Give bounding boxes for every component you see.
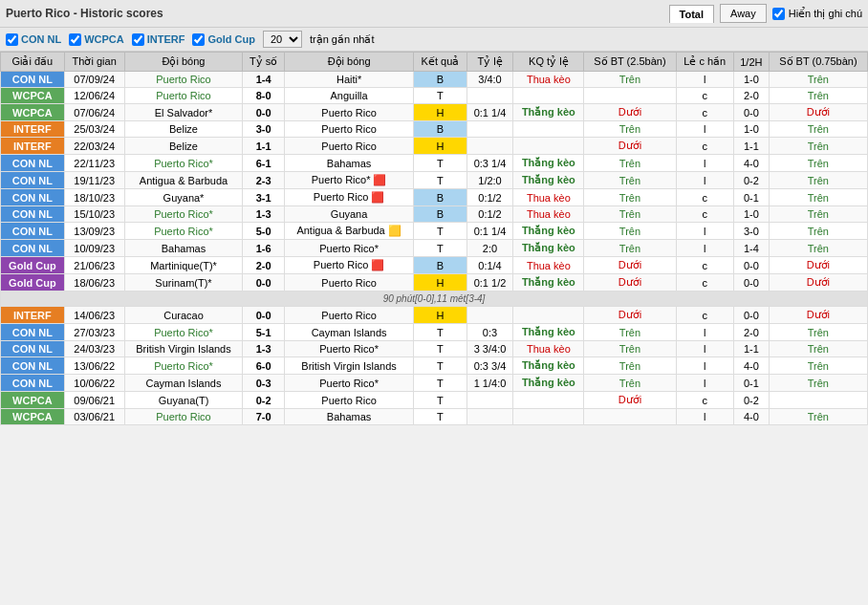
cell-odds: 0:1/2 <box>467 189 513 206</box>
cell-kq: Thua kèo <box>513 257 584 274</box>
cell-score: 6-1 <box>243 155 285 172</box>
cell-home-team: Belize <box>124 138 243 155</box>
cell-away-team: Puerto Rico <box>285 307 414 324</box>
cell-score: 1-4 <box>243 72 285 88</box>
cell-date: 10/06/22 <box>64 375 124 392</box>
filter-interf[interactable]: INTERF <box>132 33 185 46</box>
cell-away-team: Haiti* <box>285 72 414 88</box>
cell-away-team: Guyana <box>285 206 414 223</box>
cell-result: B <box>414 257 467 274</box>
filter-gold-cup[interactable]: Gold Cup <box>192 33 255 46</box>
cell-kq: Thắng kèo <box>513 375 584 392</box>
cell-league: Gold Cup <box>1 257 65 274</box>
table-row: CON NL27/03/23Puerto Rico*5-1Cayman Isla… <box>1 324 868 341</box>
cell-sobt-25: Trên <box>584 240 676 257</box>
num-matches-select[interactable]: 201030 <box>263 31 302 48</box>
cell-date: 09/06/21 <box>64 392 124 409</box>
filter-con-nl[interactable]: CON NL <box>6 33 61 46</box>
cell-sobt-075: Dưới <box>769 257 867 274</box>
cell-score: 2-3 <box>243 172 285 189</box>
cell-kq <box>513 88 584 104</box>
cell-result: T <box>414 357 467 375</box>
cell-league: WCPCA <box>1 409 65 425</box>
tab-total[interactable]: Total <box>669 5 714 23</box>
cell-home-team: Puerto Rico* <box>124 324 243 341</box>
cell-odds: 1 1/4:0 <box>467 375 513 392</box>
cell-sobt-075: Trên <box>769 240 867 257</box>
cell-half: 1-0 <box>733 121 769 138</box>
cell-result: T <box>414 240 467 257</box>
cell-kq: Thua kèo <box>513 72 584 88</box>
col-half: 1/2H <box>733 53 769 72</box>
cell-score: 0-2 <box>243 392 285 409</box>
cell-half: 2-0 <box>733 324 769 341</box>
cell-kq <box>513 307 584 324</box>
cell-away-team: Puerto Rico 🟥 <box>285 257 414 274</box>
page-title: Puerto Rico - Historic scores <box>6 7 663 20</box>
cell-date: 15/10/23 <box>64 206 124 223</box>
cell-date: 25/03/24 <box>64 121 124 138</box>
cell-result: T <box>414 375 467 392</box>
cell-date: 13/09/23 <box>64 223 124 240</box>
cell-home-team: Cayman Islands <box>124 375 243 392</box>
cell-away-team: Puerto Rico <box>285 274 414 292</box>
cell-result: T <box>414 392 467 409</box>
cell-odds: 0:1/4 <box>467 257 513 274</box>
filter-wcpca[interactable]: WCPCA <box>69 33 124 46</box>
cell-half: 2-0 <box>733 88 769 104</box>
cell-away-team: Puerto Rico* <box>285 341 414 357</box>
cell-sobt-075: Trên <box>769 72 867 88</box>
cell-sobt-25: Trên <box>584 341 676 357</box>
cell-league: CON NL <box>1 341 65 357</box>
cell-lec: l <box>676 240 733 257</box>
cell-lec: c <box>676 307 733 324</box>
tab-away[interactable]: Away <box>720 4 767 23</box>
cell-sobt-25: Trên <box>584 206 676 223</box>
cell-score: 1-6 <box>243 240 285 257</box>
cell-odds <box>467 307 513 324</box>
show-legend-toggle[interactable]: Hiển thị ghi chú <box>772 8 862 20</box>
show-legend-checkbox[interactable] <box>772 8 785 20</box>
cell-sobt-25: Trên <box>584 324 676 341</box>
cell-sobt-075 <box>769 392 867 409</box>
cell-date: 12/06/24 <box>64 88 124 104</box>
cell-home-team: British Virgin Islands <box>124 341 243 357</box>
cell-half: 3-0 <box>733 223 769 240</box>
cell-sobt-25: Dưới <box>584 138 676 155</box>
cell-half: 4-0 <box>733 155 769 172</box>
cell-home-team: Puerto Rico* <box>124 357 243 375</box>
cell-home-team: Curacao <box>124 307 243 324</box>
cell-kq <box>513 409 584 425</box>
cell-kq: Thắng kèo <box>513 155 584 172</box>
cell-league: CON NL <box>1 357 65 375</box>
matches-table: Giải đấu Thời gian Đội bóng Tỷ số Đội bó… <box>0 52 868 425</box>
cell-odds <box>467 392 513 409</box>
cell-result: T <box>414 88 467 104</box>
cell-half: 1-1 <box>733 341 769 357</box>
cell-half: 4-0 <box>733 357 769 375</box>
cell-sobt-075: Trên <box>769 206 867 223</box>
cell-half: 0-0 <box>733 274 769 292</box>
cell-result: B <box>414 72 467 88</box>
cell-lec: c <box>676 104 733 121</box>
cell-away-team: Puerto Rico <box>285 138 414 155</box>
cell-sobt-25: Dưới <box>584 307 676 324</box>
table-row: WCPCA07/06/24El Salvador*0-0Puerto RicoH… <box>1 104 868 121</box>
table-row: WCPCA12/06/24Puerto Rico8-0AnguillaTc2-0… <box>1 88 868 104</box>
cell-kq: Thắng kèo <box>513 104 584 121</box>
cell-sobt-075: Trên <box>769 341 867 357</box>
cell-home-team: Belize <box>124 121 243 138</box>
cell-odds: 0:3 1/4 <box>467 155 513 172</box>
cell-home-team: Martinique(T)* <box>124 257 243 274</box>
cell-sobt-25 <box>584 88 676 104</box>
cell-date: 03/06/21 <box>64 409 124 425</box>
cell-league: CON NL <box>1 206 65 223</box>
cell-date: 07/06/24 <box>64 104 124 121</box>
table-row: CON NL10/06/22Cayman Islands0-3Puerto Ri… <box>1 375 868 392</box>
cell-sobt-075: Trên <box>769 375 867 392</box>
cell-sobt-075: Dưới <box>769 274 867 292</box>
cell-score: 3-0 <box>243 121 285 138</box>
table-row: CON NL07/09/24Puerto Rico1-4Haiti*B3/4:0… <box>1 72 868 88</box>
cell-lec: l <box>676 324 733 341</box>
cell-kq: Thắng kèo <box>513 274 584 292</box>
